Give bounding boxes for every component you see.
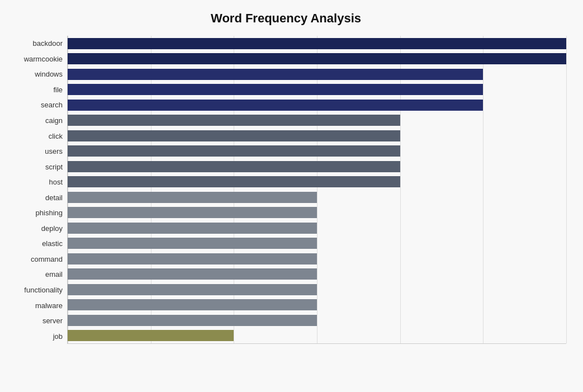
y-label: deploy bbox=[41, 225, 63, 232]
bar bbox=[68, 53, 566, 64]
bar bbox=[68, 176, 400, 187]
bar bbox=[68, 238, 317, 249]
bar-row bbox=[68, 98, 566, 112]
bar bbox=[68, 38, 566, 49]
bar bbox=[68, 299, 317, 310]
grid-line bbox=[400, 36, 401, 343]
chart-container: Word Frequency Analysis backdoorwarmcook… bbox=[0, 0, 583, 392]
bar-row bbox=[68, 37, 566, 50]
bar-row bbox=[68, 160, 566, 173]
chart-area: backdoorwarmcookiewindowsfilesearchcaign… bbox=[6, 36, 566, 344]
bar-row bbox=[68, 314, 566, 327]
grid-line bbox=[68, 36, 68, 343]
y-label: email bbox=[45, 271, 63, 278]
y-label: search bbox=[41, 101, 63, 108]
bar-row bbox=[68, 329, 566, 342]
bar-row bbox=[68, 144, 566, 158]
grid-line bbox=[234, 36, 234, 343]
bar bbox=[68, 100, 483, 111]
bar bbox=[68, 115, 400, 126]
y-label: script bbox=[45, 163, 63, 171]
y-label: detail bbox=[45, 194, 63, 201]
bar-row bbox=[68, 129, 566, 143]
bar-row bbox=[68, 175, 566, 188]
y-label: phishing bbox=[36, 209, 63, 216]
bar bbox=[68, 207, 317, 218]
bar bbox=[68, 69, 483, 80]
bar bbox=[68, 84, 483, 95]
bars-area bbox=[67, 36, 566, 344]
y-label: malware bbox=[35, 302, 63, 309]
bar bbox=[68, 145, 400, 157]
bar bbox=[68, 130, 400, 141]
bar bbox=[68, 223, 317, 234]
y-label: host bbox=[49, 178, 63, 186]
bar-row bbox=[68, 221, 566, 235]
y-label: click bbox=[49, 133, 63, 140]
y-label: elastic bbox=[42, 240, 63, 247]
bar-row bbox=[68, 52, 566, 65]
y-label: windows bbox=[35, 70, 63, 78]
bar bbox=[68, 330, 234, 341]
y-label: functionality bbox=[24, 286, 63, 294]
bar-row bbox=[68, 206, 566, 219]
chart-title: Word Frequency Analysis bbox=[6, 11, 566, 26]
y-axis: backdoorwarmcookiewindowsfilesearchcaign… bbox=[6, 36, 67, 344]
bar-row bbox=[68, 298, 566, 311]
grid-line bbox=[483, 36, 484, 343]
y-label: file bbox=[53, 86, 63, 93]
bar bbox=[68, 253, 317, 265]
y-label: caign bbox=[45, 117, 63, 124]
bar-row bbox=[68, 267, 566, 281]
bar bbox=[68, 315, 317, 326]
grid-line bbox=[317, 36, 317, 343]
bar-row bbox=[68, 83, 566, 96]
grid-line bbox=[566, 36, 567, 343]
bar-row bbox=[68, 283, 566, 296]
grid-line bbox=[151, 36, 151, 343]
bar-row bbox=[68, 114, 566, 127]
y-label: backdoor bbox=[33, 40, 63, 47]
bar bbox=[68, 268, 317, 280]
y-label: server bbox=[42, 317, 63, 324]
y-label: warmcookie bbox=[24, 55, 63, 63]
bar-row bbox=[68, 252, 566, 266]
y-label: command bbox=[31, 256, 63, 263]
bar-row bbox=[68, 191, 566, 204]
bar bbox=[68, 192, 317, 203]
bar bbox=[68, 284, 317, 295]
y-label: job bbox=[53, 333, 63, 340]
y-label: users bbox=[45, 148, 63, 155]
bar-row bbox=[68, 237, 566, 250]
bar-row bbox=[68, 68, 566, 81]
bar bbox=[68, 161, 400, 172]
